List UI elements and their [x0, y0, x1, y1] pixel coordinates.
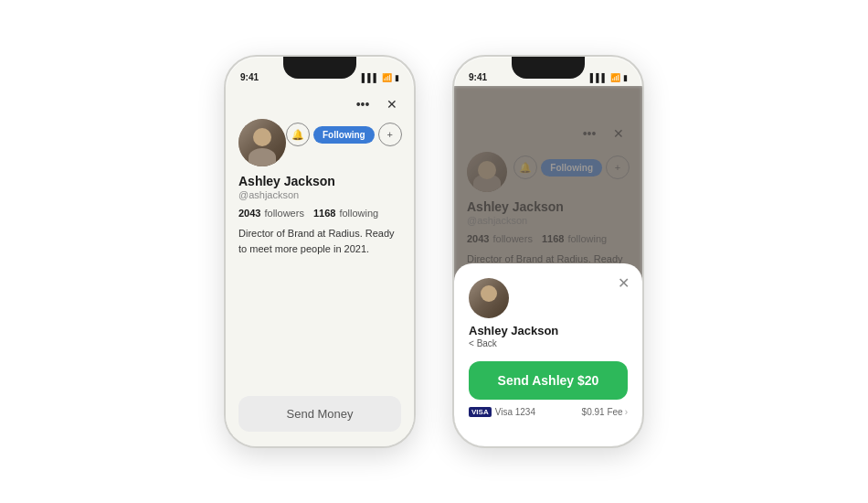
visa-info: VISA Visa 1234: [469, 407, 535, 417]
phone-2: 9:41 ▌▌▌ 📶 ▮ ••• ✕ 🔔: [452, 55, 644, 448]
wifi-icon-2: 📶: [610, 73, 620, 82]
battery-icon-1: ▮: [395, 73, 399, 82]
following-count-1: 1168: [313, 208, 335, 219]
phone-1: 9:41 ▌▌▌ 📶 ▮ ••• ✕ 🔔: [224, 55, 416, 448]
fee-info: $0.91 Fee ›: [582, 407, 628, 417]
send-ashley-button[interactable]: Send Ashley $20: [469, 361, 628, 400]
top-actions-1: ••• ✕: [226, 86, 414, 119]
following-button-1[interactable]: Following: [313, 126, 375, 144]
status-icons-2: ▌▌▌ 📶 ▮: [590, 73, 628, 82]
more-button-1[interactable]: •••: [352, 93, 374, 115]
status-icons-1: ▌▌▌ 📶 ▮: [362, 73, 399, 82]
battery-icon-2: ▮: [623, 73, 628, 82]
profile-name-1: Ashley Jackson: [238, 174, 401, 188]
modal-close-button[interactable]: ✕: [618, 274, 630, 292]
wifi-icon-1: 📶: [382, 73, 392, 82]
profile-row-1: 🔔 Following +: [238, 119, 401, 166]
fee-label: $0.91 Fee: [582, 407, 623, 417]
payment-modal: ✕ Ashley Jackson Back Send Ashley $20 VI…: [454, 263, 642, 446]
send-money-bar-1: Send Money: [238, 396, 401, 432]
bell-button-1[interactable]: 🔔: [286, 123, 310, 146]
profile-stats-1: 2043 followers 1168 following: [238, 208, 401, 219]
profile-bio-1: Director of Brand at Radius. Ready to me…: [238, 226, 401, 256]
chevron-icon: ›: [625, 407, 628, 417]
phone-1-content: ••• ✕ 🔔 Following + Ashley Jackson @ashj…: [226, 86, 414, 446]
add-button-1[interactable]: +: [378, 123, 402, 146]
avatar-1: [238, 119, 286, 166]
payment-info: VISA Visa 1234 $0.91 Fee ›: [469, 407, 628, 417]
scene: 9:41 ▌▌▌ 📶 ▮ ••• ✕ 🔔: [0, 0, 868, 503]
visa-icon: VISA: [469, 407, 492, 417]
close-button-1[interactable]: ✕: [381, 93, 403, 115]
signal-icon-2: ▌▌▌: [590, 73, 608, 82]
status-time-2: 9:41: [469, 72, 487, 82]
modal-avatar: [469, 278, 509, 318]
signal-icon-1: ▌▌▌: [362, 73, 379, 82]
phone-2-content: ••• ✕ 🔔 Following + Ashley Jackson @ashj…: [454, 86, 642, 446]
modal-name: Ashley Jackson: [469, 324, 628, 337]
profile-actions-1: 🔔 Following +: [286, 119, 402, 146]
followers-label-1: followers: [264, 208, 303, 219]
visa-label: Visa 1234: [495, 407, 535, 417]
profile-header-1: 🔔 Following + Ashley Jackson @ashjackson…: [226, 119, 414, 263]
following-label-1: following: [339, 208, 378, 219]
status-time-1: 9:41: [240, 72, 259, 82]
notch-1: [283, 57, 356, 79]
profile-handle-1: @ashjackson: [238, 189, 401, 200]
followers-count-1: 2043: [238, 208, 260, 219]
notch-2: [512, 57, 585, 79]
avatar-img-1: [238, 119, 286, 166]
modal-back-button[interactable]: Back: [469, 338, 628, 348]
send-money-button-1[interactable]: Send Money: [238, 396, 401, 432]
